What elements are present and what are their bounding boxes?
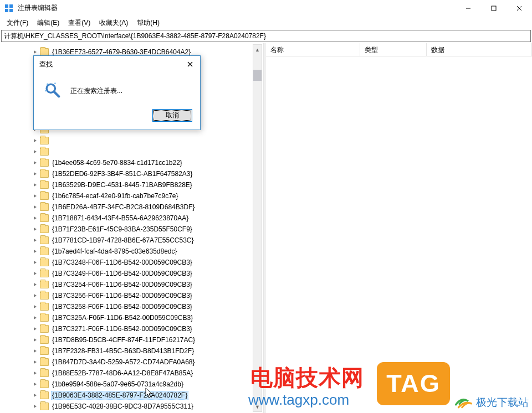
tree-item[interactable]: {1B71F23B-E61F-45C9-83BA-235D55F50CF9} [0,224,263,235]
tree-item[interactable] [0,135,263,146]
tree-item[interactable]: {1B7C3254-F06F-11D6-B542-00D059C09CB3} [0,279,263,290]
list-header: 名称 类型 数据 [266,43,532,56]
tree-item[interactable]: {1B7781CD-1B97-4728-8B6E-67A7E55CC53C} [0,235,263,246]
cancel-button[interactable]: 取消 [152,109,192,122]
expand-icon[interactable] [32,226,39,233]
tree-item[interactable]: {1B52DED6-92F3-3B4F-851C-AB1F647582A3} [0,168,263,179]
tree-item[interactable]: {1B7D8B95-D5CB-4CFF-874F-11FDF16217AC} [0,334,263,345]
minimize-button[interactable] [456,0,481,17]
folder-icon [40,369,49,377]
expand-icon[interactable] [32,270,39,277]
close-button[interactable] [507,0,532,17]
tree-item[interactable]: {1b8e9594-588e-5a07-9e65-0731a4c9a2db} [0,379,263,390]
menu-help[interactable]: 帮助(H) [132,17,164,29]
folder-icon [40,259,49,266]
tree-item[interactable]: {1B7F2328-FB31-4B5C-B63D-B8D413B1FD2F} [0,345,263,357]
folder-icon [40,391,49,399]
expand-icon[interactable] [32,237,39,244]
tree-item[interactable]: {1B6ED26A-4B7F-34FC-B2C8-8109D684B3DF} [0,202,263,213]
expand-icon[interactable] [32,370,39,376]
svg-line-11 [54,92,59,97]
menu-view[interactable]: 查看(V) [64,17,95,29]
window-titlebar: 注册表编辑器 [0,0,532,17]
tree-item[interactable]: {1b7aed4f-fcaf-4da4-8795-c03e635d8edc} [0,246,263,257]
folder-icon [40,281,49,288]
folder-icon [40,380,49,388]
dialog-titlebar[interactable]: 查找 [34,56,200,73]
tree-item-label: {1B718871-6434-43F4-B55A-6A29623870AA} [51,214,190,222]
folder-icon [40,148,49,156]
tree-item[interactable]: {1b4ee058-4c69-5e70-8834-c1d171cc1b22} [0,157,263,168]
tree-item-label: {1B7C325A-F06F-11D6-B542-00D059C09CB3} [51,314,194,322]
expand-icon[interactable] [32,137,39,144]
scroll-up-icon[interactable]: ▲ [253,45,262,54]
expand-icon[interactable] [32,248,39,255]
tree-item[interactable]: {1B847D7D-3A4D-5259-A572-CD74ADFA0A68} [0,357,263,368]
svg-point-14 [45,90,47,92]
tree-item-label: {1B88E52B-7787-48D6-AA12-D8E8F47AB85A} [51,369,194,377]
expand-icon[interactable] [32,403,39,410]
folder-icon [40,203,49,211]
address-bar[interactable]: 计算机\HKEY_CLASSES_ROOT\Interface\{1B9063E… [1,30,531,42]
col-data[interactable]: 数据 [427,43,532,56]
expand-icon[interactable] [32,337,39,343]
expand-icon[interactable] [32,381,39,388]
tree-item[interactable]: {1B7C3258-F06F-11D6-B542-00D059C09CB3} [0,301,263,312]
tree-item-label: {1B6ED26A-4B7F-34FC-B2C8-8109D684B3DF} [51,203,196,211]
folder-icon [40,336,49,344]
svg-rect-1 [9,4,13,8]
expand-icon[interactable] [32,359,39,365]
expand-icon[interactable] [32,392,39,399]
expand-icon[interactable] [32,193,39,199]
maximize-button[interactable] [481,0,507,17]
expand-icon[interactable] [32,281,39,288]
tree-item[interactable]: {1B96E53C-4028-38BC-9DC3-8D7A9555C311} [0,401,263,412]
tree-item[interactable]: {1B7C3249-F06F-11D6-B542-00D059C09CB3} [0,268,263,279]
expand-icon[interactable] [32,326,39,332]
svg-rect-0 [5,4,8,8]
tree-item-label: {1B52DED6-92F3-3B4F-851C-AB1F647582A3} [51,170,194,178]
tree-scrollbar[interactable]: ▲ ▼ [253,44,262,412]
menu-file[interactable]: 文件(F) [2,17,33,29]
folder-icon [40,214,49,222]
menu-edit[interactable]: 编辑(E) [33,17,64,29]
tree-item-label: {1B71F23B-E61F-45C9-83BA-235D55F50CF9} [51,225,193,233]
expand-icon[interactable] [32,204,39,210]
folder-icon [40,236,49,244]
expand-icon[interactable] [32,159,39,166]
tree-item[interactable]: {1B7C3271-F06F-11D6-B542-00D059C09CB3} [0,323,263,334]
folder-icon [40,270,49,277]
expand-icon[interactable] [32,49,39,55]
expand-icon[interactable] [32,148,39,155]
expand-icon[interactable] [32,314,39,321]
svg-point-13 [54,82,56,84]
folder-icon [40,358,49,366]
tree-item[interactable]: {1B88E52B-7787-48D6-AA12-D8E8F47AB85A} [0,368,263,379]
menu-favorites[interactable]: 收藏夹(A) [95,17,132,29]
scroll-down-icon[interactable]: ▼ [253,402,262,411]
tree-item[interactable]: {1B63529B-D9EC-4531-8445-71BAB9FB828E} [0,179,263,190]
tree-item-label: {1b4ee058-4c69-5e70-8834-c1d171cc1b22} [51,159,183,167]
tree-item-label: {1B9063E4-3882-485E-8797-F28A0240782F} [51,391,188,400]
scroll-thumb[interactable] [253,70,262,81]
tree-item[interactable]: {1B7C3248-F06F-11D6-B542-00D059C09CB3} [0,257,263,268]
tree-item[interactable] [0,146,263,157]
folder-icon [40,303,49,311]
dialog-close-button[interactable] [181,58,199,71]
svg-rect-5 [492,6,496,11]
tree-item[interactable]: {1B7C3256-F06F-11D6-B542-00D059C09CB3} [0,290,263,301]
tree-item[interactable]: {1B7C325A-F06F-11D6-B542-00D059C09CB3} [0,312,263,323]
col-type[interactable]: 类型 [360,43,427,56]
expand-icon[interactable] [32,182,39,188]
tree-item[interactable]: {1B9063E4-3882-485E-8797-F28A0240782F} [0,390,263,401]
expand-icon[interactable] [32,303,39,310]
tree-item[interactable]: {1b6c7854-ecaf-42e0-91fb-cab7be7c9c7e} [0,190,263,202]
tree-item[interactable]: {1B718871-6434-43F4-B55A-6A29623870AA} [0,213,263,224]
expand-icon[interactable] [32,348,39,354]
expand-icon[interactable] [32,292,39,299]
list-pane[interactable]: 名称 类型 数据 [266,43,532,413]
expand-icon[interactable] [32,215,39,221]
expand-icon[interactable] [32,171,39,177]
col-name[interactable]: 名称 [266,43,360,56]
expand-icon[interactable] [32,259,39,266]
